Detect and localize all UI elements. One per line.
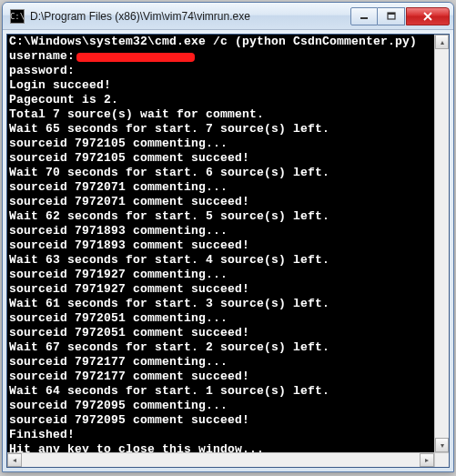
minimize-button[interactable] (350, 7, 378, 25)
maximize-button[interactable] (378, 7, 405, 25)
svg-rect-0 (360, 17, 368, 19)
vertical-scrollbar[interactable]: ▴ ▾ (434, 35, 449, 452)
scroll-down-button[interactable]: ▾ (435, 438, 449, 452)
svg-rect-2 (388, 13, 395, 15)
window-controls (350, 7, 450, 25)
scroll-right-button[interactable]: ▸ (420, 453, 434, 467)
titlebar[interactable]: C:\ D:\Program Files (x86)\Vim\vim74\vim… (3, 3, 453, 30)
scroll-left-button[interactable]: ◂ (7, 453, 22, 467)
horizontal-scrollbar[interactable]: ◂ ▸ (7, 452, 434, 467)
scrollbar-corner (434, 452, 449, 467)
console-client-area: C:\Windows\system32\cmd.exe /c (python C… (6, 34, 450, 468)
app-window: C:\ D:\Program Files (x86)\Vim\vim74\vim… (2, 2, 454, 472)
scroll-v-track[interactable] (435, 49, 449, 438)
scroll-h-track[interactable] (22, 453, 420, 467)
redaction-mark (76, 53, 195, 62)
console-output: C:\Windows\system32\cmd.exe /c (python C… (7, 35, 449, 457)
window-title: D:\Program Files (x86)\Vim\vim74\vimrun.… (30, 10, 350, 23)
close-button[interactable] (406, 7, 450, 25)
scroll-up-button[interactable]: ▴ (435, 35, 449, 49)
app-icon: C:\ (10, 9, 25, 24)
